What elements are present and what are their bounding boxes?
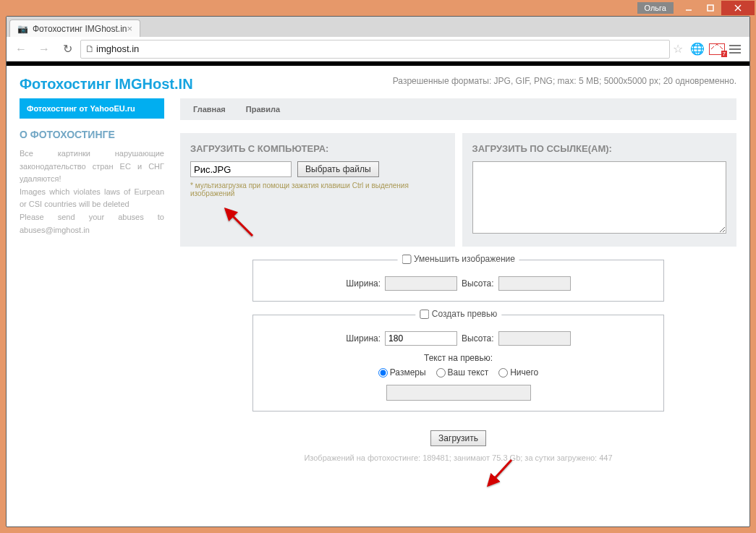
camera-icon: 📷 [17, 24, 28, 34]
tab-home[interactable]: Главная [183, 105, 236, 114]
resize-fieldset: Уменьшить изображение Ширина: Высота: [252, 260, 664, 302]
preview-fieldset: Создать превью Ширина: Высота: Текст на … [252, 315, 664, 412]
height-label: Высота: [462, 278, 494, 289]
preview-legend: Создать превью [432, 309, 497, 319]
browser-tab[interactable]: 📷 Фотохостинг IMGhost.in × [9, 20, 140, 37]
star-icon[interactable]: ☆ [673, 42, 683, 56]
radio-sizes[interactable] [378, 368, 388, 378]
preview-width-input[interactable] [385, 331, 457, 346]
browser-toolbar: ← → ↻ 🗋 imghost.in ☆ 🌐 7 [7, 37, 749, 61]
tab-strip: 📷 Фотохостинг IMGhost.in × [7, 17, 749, 37]
upload-submit-button[interactable]: Загрузить [430, 430, 486, 446]
gmail-icon[interactable]: 7 [709, 43, 725, 55]
sidebar: Фотохостинг от YahooEU.ru О ФОТОХОСТИНГЕ… [20, 98, 164, 466]
about-text: Все картинки нарушающие законодательство… [20, 148, 164, 236]
about-heading: О ФОТОХОСТИНГЕ [20, 119, 164, 148]
sidebar-header: Фотохостинг от YahooEU.ru [20, 98, 164, 119]
page-header: Фотохостинг IMGHost.IN Разрешенные форма… [7, 61, 749, 98]
preview-text-label: Текст на превью: [263, 353, 653, 363]
site-logo[interactable]: Фотохостинг IMGHost.IN [20, 76, 193, 93]
page-content[interactable]: Фотохостинг IMGHost.IN Разрешенные форма… [7, 61, 749, 526]
multiupload-hint: * мультизагрузка при помощи зажатия клав… [190, 182, 445, 197]
preview-width-label: Ширина: [346, 333, 381, 344]
file-name-input[interactable] [190, 161, 292, 177]
radio-nothing[interactable] [498, 368, 508, 378]
url-text: imghost.in [96, 43, 139, 54]
resize-height-input[interactable] [498, 276, 571, 291]
page-tabs: Главная Правила [180, 98, 736, 120]
tab-rules[interactable]: Правила [236, 105, 290, 114]
radio-yourtext[interactable] [436, 368, 446, 378]
tab-title: Фотохостинг IMGhost.in [33, 24, 127, 34]
url-textarea[interactable] [472, 161, 727, 234]
forward-button[interactable]: → [34, 39, 54, 59]
width-label: Ширина: [346, 278, 381, 289]
minimize-button[interactable] [678, 1, 700, 15]
resize-width-input[interactable] [385, 276, 457, 291]
upload-url-heading: ЗАГРУЗИТЬ ПО ССЫЛКЕ(АМ): [472, 143, 727, 154]
globe-icon[interactable]: 🌐 [690, 42, 705, 56]
close-window-button[interactable] [721, 1, 755, 15]
resize-checkbox[interactable] [402, 255, 411, 264]
allowed-formats-text: Разрешенные форматы: JPG, GIF, PNG; max:… [393, 76, 736, 86]
preview-height-input[interactable] [498, 331, 571, 346]
browser-window: 📷 Фотохостинг IMGhost.in × ← → ↻ 🗋 imgho… [6, 16, 750, 527]
tab-close-icon[interactable]: × [127, 23, 133, 34]
toolbar-right-icons: 🌐 7 [686, 42, 745, 56]
user-badge: Ольга [637, 2, 674, 14]
file-icon: 🗋 [85, 43, 95, 54]
resize-legend: Уменьшить изображение [414, 254, 515, 264]
preview-checkbox[interactable] [420, 310, 429, 319]
upload-by-url-panel: ЗАГРУЗИТЬ ПО ССЫЛКЕ(АМ): [462, 133, 737, 247]
preview-custom-text-input[interactable] [386, 385, 531, 401]
reload-button[interactable]: ↻ [57, 39, 77, 59]
footer-stats: Изображений на фотохостинге: 189481; зан… [180, 453, 736, 466]
upload-from-pc-panel: ЗАГРУЗИТЬ С КОМПЬЮТЕРА: Выбрать файлы * … [180, 133, 455, 247]
hamburger-icon[interactable] [729, 45, 741, 54]
choose-files-button[interactable]: Выбрать файлы [297, 161, 379, 177]
back-button[interactable]: ← [11, 39, 31, 59]
address-bar[interactable]: 🗋 imghost.in [80, 40, 670, 59]
main-area: Главная Правила ЗАГРУЗИТЬ С КОМПЬЮТЕРА: … [180, 98, 736, 466]
upload-pc-heading: ЗАГРУЗИТЬ С КОМПЬЮТЕРА: [190, 143, 445, 154]
window-titlebar: Ольга [0, 0, 756, 16]
maximize-button[interactable] [700, 1, 721, 15]
gmail-count: 7 [721, 51, 727, 57]
svg-rect-1 [708, 5, 713, 11]
preview-height-label: Высота: [462, 333, 494, 344]
